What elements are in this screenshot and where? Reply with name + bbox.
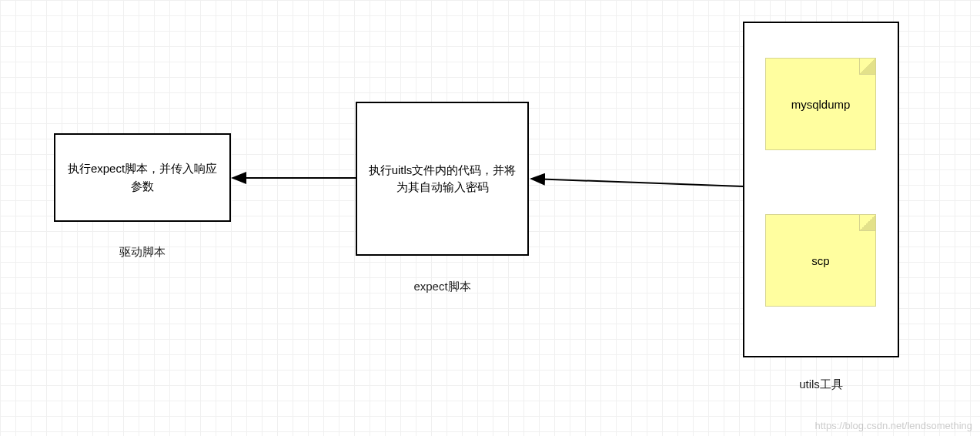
expect-label: expect脚本 [356, 280, 529, 294]
driver-text: 执行expect脚本，并传入响应参数 [63, 160, 222, 195]
expect-box: 执行uitls文件内的代码，并将为其自动输入密码 [356, 102, 529, 256]
scp-note: scp [765, 214, 876, 307]
scp-text: scp [811, 254, 829, 267]
utils-label: utils工具 [743, 377, 899, 392]
arrow-utils-to-expect [531, 179, 743, 186]
driver-label: 驱动脚本 [54, 245, 231, 260]
mysqldump-text: mysqldump [791, 98, 851, 111]
mysqldump-note: mysqldump [765, 58, 876, 150]
watermark: https://blog.csdn.net/lendsomething [814, 420, 972, 431]
expect-text: 执行uitls文件内的代码，并将为其自动输入密码 [365, 162, 520, 196]
driver-box: 执行expect脚本，并传入响应参数 [54, 133, 231, 222]
